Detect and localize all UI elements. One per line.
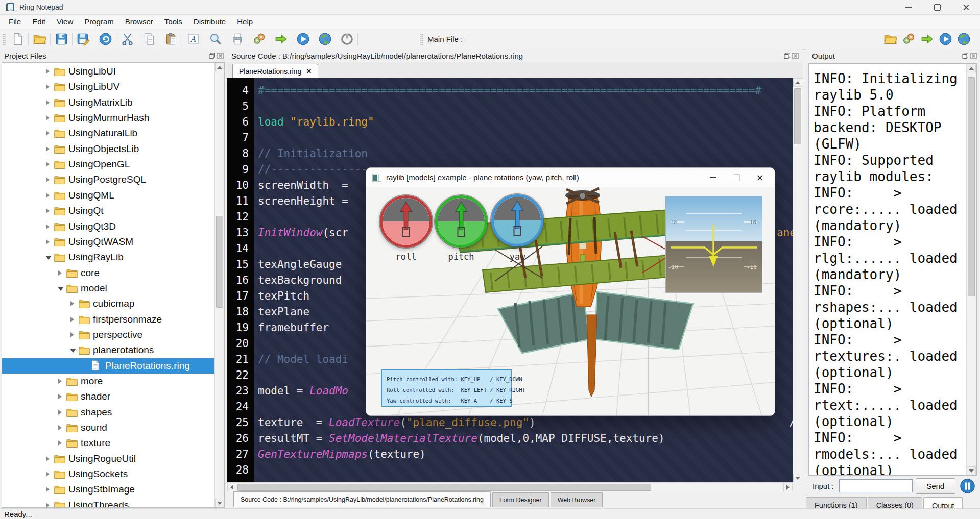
tree-item-usingpostgresql[interactable]: UsingPostgreSQL xyxy=(2,172,224,187)
expand-arrow-icon[interactable] xyxy=(46,239,50,244)
float-panel-icon[interactable] xyxy=(784,52,791,61)
tree-item-usingsockets[interactable]: UsingSockets xyxy=(2,466,224,482)
send-button[interactable]: Send xyxy=(916,478,955,494)
close-panel-icon[interactable] xyxy=(970,52,977,61)
close-panel-icon[interactable] xyxy=(792,52,799,61)
scroll-down-button[interactable] xyxy=(967,466,976,475)
collapse-arrow-icon[interactable] xyxy=(58,287,63,291)
tree-item-perspective[interactable]: perspective xyxy=(2,327,224,342)
tree-item-usingqt3d[interactable]: UsingQt3D xyxy=(2,219,224,234)
pause-icon[interactable] xyxy=(960,478,975,494)
output-scrollbar[interactable] xyxy=(966,64,976,475)
tree-item-firstpersonmaze[interactable]: firstpersonmaze xyxy=(2,312,224,327)
expand-arrow-icon[interactable] xyxy=(70,317,74,322)
find-button[interactable] xyxy=(206,31,224,47)
expand-arrow-icon[interactable] xyxy=(46,84,50,89)
run-gui-button[interactable] xyxy=(936,31,954,47)
expand-arrow-icon[interactable] xyxy=(46,487,50,492)
collapse-arrow-icon[interactable] xyxy=(70,349,76,353)
run-button[interactable] xyxy=(918,31,936,47)
scroll-right-button[interactable] xyxy=(783,483,793,491)
tree-item-usinglibui[interactable]: UsingLibUI xyxy=(2,64,224,79)
menu-view[interactable]: View xyxy=(51,16,79,28)
expand-arrow-icon[interactable] xyxy=(58,440,62,446)
minimize-button[interactable] xyxy=(701,168,725,187)
toolbar-grip[interactable] xyxy=(3,33,6,45)
float-panel-icon[interactable] xyxy=(209,52,216,61)
tree-item-shader[interactable]: shader xyxy=(2,389,224,404)
tab-close-icon[interactable]: × xyxy=(306,67,311,76)
scroll-thumb[interactable] xyxy=(794,88,801,144)
print-button[interactable] xyxy=(228,31,246,47)
tree-item-usingmatrixlib[interactable]: UsingMatrixLib xyxy=(2,95,224,110)
tree-item-texture[interactable]: texture xyxy=(2,435,224,451)
replay-button[interactable] xyxy=(96,31,114,47)
scroll-thumb[interactable] xyxy=(216,216,223,308)
tree-item-cubicmap[interactable]: cubicmap xyxy=(2,296,224,311)
close-button[interactable]: × xyxy=(748,168,772,187)
float-panel-icon[interactable] xyxy=(962,52,969,61)
expand-arrow-icon[interactable] xyxy=(46,503,50,508)
expand-arrow-icon[interactable] xyxy=(46,193,50,198)
expand-arrow-icon[interactable] xyxy=(46,115,50,120)
toolbar-grip[interactable] xyxy=(420,33,423,45)
scroll-up-button[interactable] xyxy=(215,63,224,71)
expand-arrow-icon[interactable] xyxy=(58,410,62,415)
menu-file[interactable]: File xyxy=(3,16,27,28)
project-tree[interactable]: UsingLibUIUsingLibUVUsingMatrixLibUsingM… xyxy=(2,62,225,508)
tree-item-usingqtwasm[interactable]: UsingQtWASM xyxy=(2,234,224,250)
open-folder-button[interactable] xyxy=(881,31,899,47)
new-file-button[interactable] xyxy=(8,31,27,47)
save-as-button[interactable] xyxy=(74,31,92,47)
project-tree-scrollbar[interactable] xyxy=(214,63,224,507)
tree-item-usingopengl[interactable]: UsingOpenGL xyxy=(2,157,224,172)
expand-arrow-icon[interactable] xyxy=(46,100,50,105)
expand-arrow-icon[interactable] xyxy=(70,301,74,306)
tree-item-usingobjectslib[interactable]: UsingObjectsLib xyxy=(2,141,224,157)
tree-item-model[interactable]: model xyxy=(2,281,224,296)
maximize-button[interactable] xyxy=(923,0,951,14)
tree-item-usingrogueutil[interactable]: UsingRogueUtil xyxy=(2,451,224,466)
editor-vertical-scrollbar[interactable] xyxy=(793,78,802,482)
expand-arrow-icon[interactable] xyxy=(46,146,50,152)
raylib-titlebar[interactable]: raylib [models] example - plane rotation… xyxy=(366,168,775,187)
doc-tab-form-designer[interactable]: Form Designer xyxy=(492,492,549,507)
copy-button[interactable] xyxy=(140,31,158,47)
console-input[interactable] xyxy=(839,479,913,492)
run-gui-button[interactable] xyxy=(294,31,312,47)
settings-button[interactable] xyxy=(899,31,918,47)
expand-arrow-icon[interactable] xyxy=(58,394,62,399)
scroll-left-button[interactable] xyxy=(227,483,236,491)
stop-button[interactable] xyxy=(338,31,356,47)
expand-arrow-icon[interactable] xyxy=(46,456,50,461)
editor-horizontal-scrollbar[interactable] xyxy=(227,482,793,492)
settings-button[interactable] xyxy=(250,31,268,47)
scroll-down-button[interactable] xyxy=(793,474,802,482)
tree-item-core[interactable]: core xyxy=(2,265,224,281)
doc-tab-web-browser[interactable]: Web Browser xyxy=(551,492,603,507)
font-button[interactable]: A xyxy=(184,31,202,47)
output-console[interactable]: INFO: Initializingraylib 5.0INFO: Platfo… xyxy=(808,63,977,476)
run-browser-button[interactable] xyxy=(316,31,334,47)
run-button[interactable] xyxy=(272,31,290,47)
open-folder-button[interactable] xyxy=(30,31,49,47)
tree-item-usingqml[interactable]: UsingQML xyxy=(2,188,224,203)
expand-arrow-icon[interactable] xyxy=(58,270,62,276)
expand-arrow-icon[interactable] xyxy=(58,379,62,384)
tree-item-usingmurmurhash[interactable]: UsingMurmurHash xyxy=(2,110,224,126)
tree-item-usinglibuv[interactable]: UsingLibUV xyxy=(2,79,224,94)
expand-arrow-icon[interactable] xyxy=(46,69,50,74)
tree-item-sound[interactable]: sound xyxy=(2,420,224,435)
tab-planerotations[interactable]: PlaneRotations.ring × xyxy=(232,64,318,79)
tree-item-more[interactable]: more xyxy=(2,374,224,389)
scroll-down-button[interactable] xyxy=(215,499,224,507)
doc-tab-source-code[interactable]: Source Code : B:/ring/samples/UsingRayLi… xyxy=(233,491,491,507)
menu-program[interactable]: Program xyxy=(79,16,119,28)
scroll-thumb[interactable] xyxy=(968,77,975,296)
expand-arrow-icon[interactable] xyxy=(58,425,62,430)
expand-arrow-icon[interactable] xyxy=(46,224,50,229)
expand-arrow-icon[interactable] xyxy=(46,208,50,213)
close-button[interactable] xyxy=(951,0,980,14)
menu-browser[interactable]: Browser xyxy=(119,16,159,28)
menu-distribute[interactable]: Distribute xyxy=(188,16,231,28)
